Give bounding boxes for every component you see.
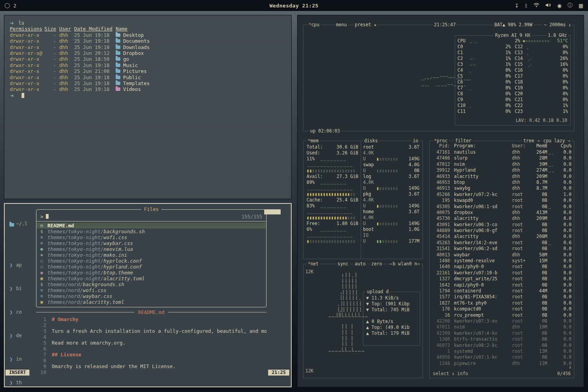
tree-root[interactable]: ~/.l [9,221,35,227]
process-row[interactable]: 47011 nvim dhh 10M 0.0 [432,324,572,330]
proc-graph [548,180,558,185]
tab-cpu[interactable]: *cpu [307,22,321,28]
scroll-down-icon[interactable]: ↓ [569,364,572,370]
process-row[interactable]: 46953 btop dhh 8.7M 0.0 [432,180,572,185]
process-row[interactable]: 45414 alacritty dhh 208M 0.0 [432,234,572,240]
process-row[interactable]: 1348 pipewire dhh 11M 0.0 [432,361,572,367]
process-row[interactable]: 46933 alacritty dhh 209M 0.0 [432,174,572,180]
tree-item[interactable]: ❯ bi [9,286,35,292]
interface-selector[interactable]: ←b wlan0 n→ [389,261,421,267]
process-row[interactable]: 43091 kworker/u96:3-co root 0B 0.0 [432,222,572,228]
proc-cpu: 0.0 [558,216,572,221]
terminal-window[interactable]: ➜ls Permissions Size User Date Modified … [4,15,292,199]
tree-item[interactable]: ❯ de [9,333,35,339]
tree-item[interactable]: ❯ ap [9,262,35,268]
process-row[interactable]: 45730 alacritty dhh 209M 0.0 [432,216,572,221]
auto-toggle[interactable]: auto [354,261,367,267]
process-row[interactable]: 1 systemd root 13M 0.0 [432,348,572,354]
core-percent: 0% [497,91,511,97]
process-row[interactable]: 44889 kworker/u96:0-gf root 0B 0.0 [432,228,572,234]
proc-mem: 0B [531,246,547,252]
process-row[interactable]: 44956 kworker/u97:1-kc root 0B 0.0 [432,354,572,360]
proc-mem: 0B [531,318,547,324]
process-row[interactable]: 42208 kworker/u97:3-ev root 0B 0.0 [432,318,572,324]
bluetooth-icon[interactable]: ᛒ [525,3,528,9]
update-interval[interactable]: − 2000ms ↓ [543,22,572,28]
process-row[interactable]: 40013 waybar dhh 58M 0.0 [432,252,572,258]
folder-icon [116,51,120,55]
picker-item[interactable]: ◉ themes/tokyo-night/btop.theme [36,270,266,276]
btop-window[interactable]: *cpu menu preset ★ 21:25:47 BAT▲ 98% 2.9… [297,15,584,387]
tab-net[interactable]: *net [307,261,320,267]
process-row[interactable]: 45266 kworker/u97:2-kc root 0B 1.0 [432,192,572,198]
picker-item[interactable]: ○ themes/tokyo-night/hyprlock.conf [36,258,266,264]
proc-mem: 0B [531,330,547,336]
process-row[interactable]: 42309 kworker/u97:4-kv root 0B 0.0 [432,330,572,336]
process-row[interactable]: 31541 kworker/u96:2-sd root 0B 0.0 [432,246,572,252]
process-row[interactable]: 22161 kworker/u97:10-b root 0B 0.0 [432,270,572,276]
picker-item[interactable]: ○ themes/tokyo-night/hyprland.conf [36,264,266,270]
tree-item[interactable]: ❯ co [9,309,35,315]
process-row[interactable]: 40075 dropbox dhh 413M 0.0 [432,210,572,216]
process-row[interactable]: 46913 swaybg dhh 8.7M 0.0 [432,185,572,191]
picker-item[interactable]: ▤ README.md [36,223,266,229]
picker-item[interactable]: ≡ themes/tokyo-night/wofi.css [36,234,266,240]
picker-item[interactable]: ✱ themes/tokyo-night/mako.ini [36,252,266,258]
tree-item[interactable]: ❯ in [9,356,35,362]
process-row[interactable]: 47012 nvim dhh 39M ⣀⡀ 0.0 [432,162,572,167]
picker-prompt[interactable]: > 155/155 [36,213,266,220]
process-row[interactable]: 1827 mt76-tx phy0 root 0B 0.0 [432,300,572,306]
editor-window[interactable]: ~/.l ❯ ap ❯ bi ❯ co [4,203,292,387]
io-toggle[interactable]: io [412,138,419,144]
process-row[interactable]: 1794 containerd root 44M 0.0 [432,288,572,294]
wifi-icon[interactable] [534,3,539,9]
picker-item[interactable]: ▣ themes/nord/alacritty.toml [36,299,266,305]
picker-item[interactable]: ≡ themes/tokyo-night/waybar.css [36,240,266,246]
workspace-number[interactable]: 2 [13,3,16,9]
preset-button[interactable]: preset ★ [354,22,377,28]
picker-item[interactable]: ● themes/tokyo-night/neovim.lua [36,246,266,252]
process-row[interactable]: 1327 dmcrypt_write/25 root 0B 0.0 [432,276,572,282]
process-row[interactable]: 39912 Hyprland dhh 274M ⣀⣀ 0.0 [432,167,572,173]
pid: 1 [432,348,450,354]
apps-grid-icon[interactable]: ▦ [579,3,583,9]
terminal-prompt[interactable]: ➜ [10,93,286,98]
core-row: C13 ⡀ 0% [515,50,568,56]
scrollbar-thumb[interactable] [264,209,281,214]
sync-toggle[interactable]: sync [336,261,350,267]
tree-item[interactable]: ❯ th [9,380,35,386]
tab-mem[interactable]: *mem [307,138,320,144]
core-percent: 0% [554,91,568,97]
picker-item[interactable]: ≡ themes/nord/wofi.css [36,287,266,293]
info-icon[interactable]: ⓘ [568,2,573,9]
process-row[interactable]: 45263 kworker/14:2-eve root 0B ⣀ 0.6 [432,240,572,246]
process-row[interactable]: 45305 kworker/u96:1-sd root 0B ⣀ 0.0 [432,204,572,210]
picker-item[interactable]: ≡ themes/nord/waybar.css [36,293,266,299]
updates-icon[interactable]: ↧ [515,3,519,9]
picker-item[interactable]: $ themes/tokyo-night/backgrounds.sh [36,229,266,234]
process-row[interactable]: 176 kcompactd0 root 0B 0.0 [432,306,572,312]
process-row[interactable]: 47161 nautilus dhh 264M ⣀⡀ 0.0 [432,149,572,155]
proc-user: dhh [512,162,531,167]
picker-item[interactable]: ▣ themes/tokyo-night/alacritty.toml [36,276,266,281]
proc-graph [548,276,558,282]
process-row[interactable]: 46072 kworker/u98:2-kc root 0B 0.0 [432,343,572,348]
file-type-icon: $ [40,229,47,234]
size: - [44,38,56,44]
volume-icon[interactable] [545,3,551,9]
zero-toggle[interactable]: zero [370,261,383,267]
process-row[interactable]: 47466 slurp dhh 28M 0.0 [432,155,572,161]
process-row[interactable]: 195 kswapd0 root 0B 0.0 [432,198,572,203]
process-row[interactable]: 1380 btrfs-transactio root 0B 0.0 [432,336,572,342]
core-percent: 1% [554,103,568,109]
process-row[interactable]: 1486 systemd-resolve syst+ 15M 0.0 [432,258,572,264]
process-row[interactable]: 1640 napi/phy0-0 root 0B 0.0 [432,264,572,270]
process-row[interactable]: 1642 napi/phy0-0 root 0B 0.0 [432,282,572,288]
workspace-icon[interactable] [5,3,10,8]
menu-button[interactable]: menu [335,22,348,28]
proc-mem: 0B [531,222,547,228]
process-row[interactable]: 16 rcu_preempt root 0B 0.0 [432,312,572,318]
record-icon[interactable]: ◉ [557,3,561,9]
process-row[interactable]: 1577 irq/81-PIXA3854: root 0B 0.0 [432,294,572,300]
picker-item[interactable]: $ themes/nord/backgrounds.sh [36,281,266,287]
